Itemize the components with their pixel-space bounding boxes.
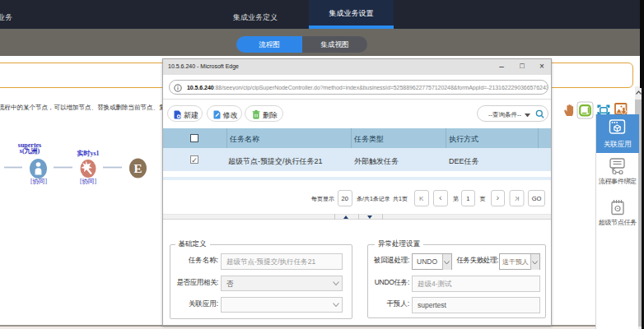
svg-text:E: E <box>133 162 142 175</box>
